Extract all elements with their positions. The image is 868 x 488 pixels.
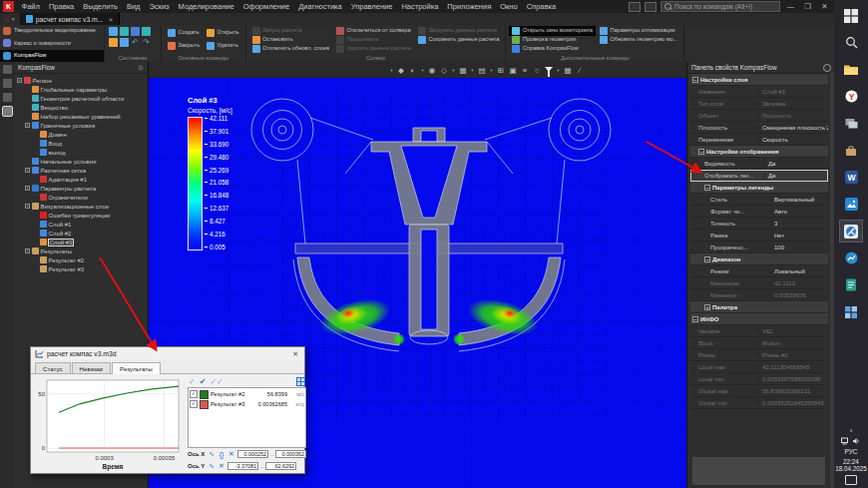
property-value[interactable]: 42.111304666845 [758, 364, 828, 370]
taskbar-icon-chart-app[interactable] [839, 246, 863, 269]
menu-item[interactable]: Управление [346, 2, 397, 11]
clipboard-icon[interactable]: ▣ [508, 65, 518, 76]
dialog-title-bar[interactable]: расчет компас v3.m3d ✕ [31, 347, 304, 360]
menu-item[interactable]: Вид [122, 2, 145, 11]
tree-item[interactable]: Слой #1 [14, 220, 148, 229]
tree-expander-icon[interactable]: - [17, 78, 22, 83]
tree-expander-icon[interactable]: - [25, 123, 30, 128]
parameters-panel-icon[interactable] [3, 65, 12, 74]
ribbon-icon-print-document[interactable] [109, 38, 118, 47]
pin-icon[interactable]: ⊙ [138, 64, 144, 72]
tree-item[interactable]: -Граничные условия [14, 121, 148, 130]
tree-expander-icon[interactable]: - [25, 186, 30, 191]
property-row[interactable]: PhasePhase #0 [690, 349, 828, 361]
dialog-tab-Результаты[interactable]: Результаты [112, 362, 161, 374]
property-value[interactable]: Слой #3 [758, 89, 828, 95]
section-expander-icon[interactable]: − [692, 77, 698, 83]
tree-item[interactable]: -Результаты [14, 246, 148, 255]
tree-item[interactable]: Адаптация #1 [14, 175, 148, 184]
property-value[interactable]: Скорость [758, 137, 828, 143]
property-value[interactable]: Нет [770, 233, 828, 239]
restore-button[interactable]: ❐ [801, 2, 814, 11]
command-search-input[interactable]: Поиск по командам (Alt+/) [660, 1, 780, 12]
tree-item[interactable]: выход [14, 148, 148, 157]
ribbon-button-save-data[interactable]: Сохранить данные расчета [416, 36, 502, 44]
dialog-tab-Невязки[interactable]: Невязки [72, 362, 111, 373]
close-button[interactable]: ✕ [818, 2, 831, 11]
axis-y-fit-icon[interactable]: ✕ [217, 462, 225, 470]
axis-x-brackets-icon[interactable]: {} [217, 451, 225, 458]
check-selected-icon[interactable]: ✔ [200, 378, 207, 386]
tree-item[interactable]: Ограничители [14, 193, 148, 202]
ribbon-icon-open-document[interactable] [120, 27, 129, 36]
taskbar-icon-photos[interactable] [839, 193, 863, 216]
results-chart[interactable]: 0.00030.00035050Время [33, 376, 185, 473]
tree-expander-icon[interactable]: - [25, 168, 30, 173]
home-dropdown-icon[interactable]: ▼ [11, 16, 16, 22]
ribbon-button-monitoring[interactable]: Открыть окно мониторинга [510, 27, 594, 35]
view-dropdown[interactable]: ▾ [389, 65, 394, 76]
ribbon-icon-redo[interactable]: ↷ [142, 38, 151, 47]
ribbon-icon-new-from-template[interactable] [142, 27, 151, 36]
taskbar-icon-yandex-browser[interactable]: Y [839, 85, 863, 108]
property-value[interactable]: Смещенная плоскость:2 [758, 125, 828, 131]
mode-tab[interactable]: Каркас и поверхности [0, 37, 104, 49]
section-expander-icon[interactable]: + [704, 304, 710, 310]
ribbon-button-geometry-refresh[interactable]: Обновить геометрию мо... [598, 36, 679, 44]
axis-y-max-field[interactable]: 62.6292 [265, 462, 296, 470]
menu-item[interactable]: Эскиз [145, 2, 174, 11]
tree-item[interactable]: Домен [14, 130, 148, 139]
tree-expander-icon[interactable]: - [25, 248, 30, 253]
tree-item[interactable]: Вещество [14, 103, 148, 112]
display-dropdown[interactable]: ▾ [420, 65, 425, 76]
dialog-tab-Статус[interactable]: Статус [35, 362, 71, 373]
property-value[interactable]: Да [764, 173, 828, 179]
property-value[interactable]: Phase #0 [758, 352, 828, 358]
property-row[interactable]: ВидимостьДа [690, 158, 828, 170]
property-value[interactable]: 0.00035251845255845 [758, 400, 828, 406]
property-value[interactable]: Заливка [758, 101, 828, 107]
result-checkbox[interactable]: ✓ [190, 390, 198, 398]
property-row[interactable]: ОбъектПлоскость [690, 110, 828, 122]
axis-x-max-field[interactable]: 0.000362 [275, 450, 306, 458]
network-icon[interactable] [841, 437, 850, 445]
menu-item[interactable]: Оформление [238, 2, 294, 11]
notification-center-icon[interactable] [845, 475, 857, 485]
orientation-icon[interactable]: ◆ [396, 65, 406, 76]
result-row[interactable]: ✓Результат #256.8399м/с [190, 389, 304, 399]
menu-item[interactable]: Справка [522, 2, 560, 11]
property-value[interactable]: Локальный [770, 268, 828, 274]
property-value[interactable]: 0.00539676 [770, 292, 828, 298]
structure-panel-icon[interactable] [3, 79, 12, 88]
menu-item[interactable]: Моделирование [174, 2, 238, 11]
property-row[interactable]: BlockMotion [690, 337, 828, 349]
axis-x-auto-icon[interactable]: ∿ [208, 450, 216, 458]
result-checkbox[interactable]: ✓ [190, 400, 198, 408]
taskbar-icon-remote-desktop[interactable] [839, 112, 863, 135]
property-value[interactable]: Да [764, 161, 828, 167]
ribbon-button-help[interactable]: Справка KompasFlow [510, 45, 594, 53]
ribbon-button-create[interactable]: Создать [166, 29, 202, 37]
property-value[interactable]: 100 [770, 244, 828, 250]
ribbon-icon-undo[interactable]: ↶ [131, 38, 140, 47]
layers-visibility-icon[interactable]: ≡ [520, 65, 530, 76]
grid-icon[interactable]: ▦ [563, 65, 573, 76]
image-capture-icon[interactable]: ▤ [477, 65, 487, 76]
property-section[interactable]: −Параметры легенды [690, 182, 828, 194]
property-row[interactable]: Тип слояЗаливка [690, 98, 828, 110]
taskbar-icon-search[interactable] [839, 31, 863, 54]
ribbon-button-optimization[interactable]: Параметры оптимизации [598, 27, 679, 35]
dialog-close-icon[interactable]: ✕ [290, 350, 300, 358]
kompasflow-panel-icon[interactable] [3, 107, 12, 116]
tree-item[interactable]: Слой #3 [14, 238, 148, 246]
ribbon-button-disconnect[interactable]: Отключиться от солвера [334, 27, 413, 35]
mode-tab[interactable]: KompasFlow [0, 50, 104, 62]
ribbon-button-layers-update-off[interactable]: Отключить обновл. слоев [250, 45, 331, 53]
check-all-icon[interactable]: ✓ [189, 378, 196, 386]
home-button[interactable]: ⌂▼ [0, 13, 20, 25]
property-section[interactable]: −Диапазон [690, 253, 828, 265]
tray-expand-icon[interactable]: ‹ [850, 428, 853, 434]
property-row[interactable]: Local min0.0053967588605038 [690, 373, 828, 385]
menu-item[interactable]: Диагностика [294, 2, 346, 11]
property-row[interactable]: СтильВертикальный [690, 194, 828, 206]
